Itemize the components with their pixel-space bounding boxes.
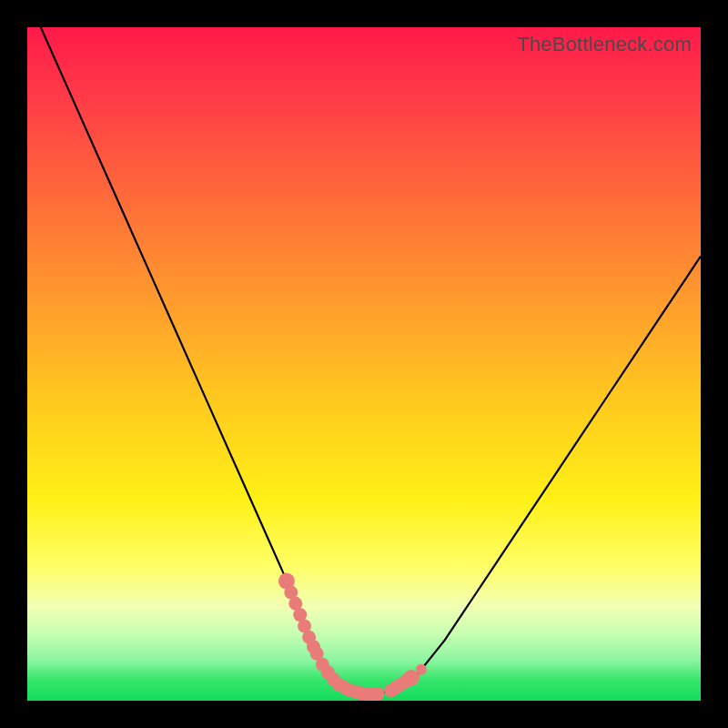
chart-overlay xyxy=(27,27,701,701)
valley-marker-right xyxy=(384,664,427,698)
chart-frame: TheBottleneck.com xyxy=(0,0,728,728)
valley-marker-bottom xyxy=(310,647,385,701)
bottleneck-curve xyxy=(41,27,701,694)
valley-marker-left xyxy=(278,573,320,654)
valley-dot-end xyxy=(278,573,295,590)
chart-plot-area: TheBottleneck.com xyxy=(27,27,701,701)
valley-dot xyxy=(370,687,384,701)
valley-dot-end xyxy=(416,664,427,675)
